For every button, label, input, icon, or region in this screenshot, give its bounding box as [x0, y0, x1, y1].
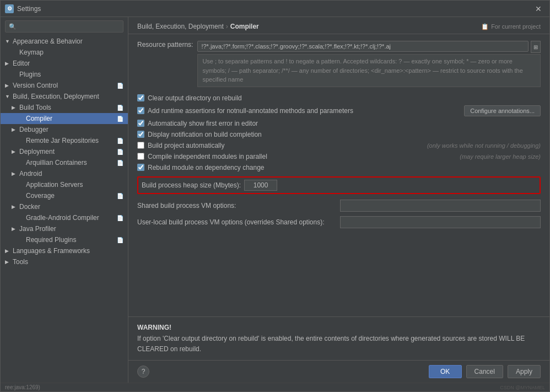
sidebar-item-coverage[interactable]: Coverage 📄 [1, 190, 128, 201]
sidebar-item-editor[interactable]: ▶ Editor [1, 58, 128, 69]
watermark: CSDN @MYNAMEL [500, 385, 545, 390]
user-vm-label: User-local build process VM options (ove… [137, 218, 336, 226]
sidebar-item-plugins[interactable]: Plugins [1, 69, 128, 80]
status-bar: ree:java:1269) CSDN @MYNAMEL [1, 383, 549, 391]
page-icon: 📄 [117, 160, 123, 166]
arrow-icon: ▶ [5, 259, 10, 265]
project-label: For current project [491, 23, 541, 30]
sidebar-item-label: Version Control [13, 82, 58, 89]
cancel-button[interactable]: Cancel [466, 365, 503, 378]
resource-expand-button[interactable]: ⊞ [531, 41, 541, 53]
search-icon: 🔍 [9, 23, 17, 30]
resource-input-row: ⊞ [197, 41, 541, 53]
breadcrumb-separator: › [226, 23, 228, 30]
resource-patterns-label: Resource patterns: [137, 41, 193, 49]
page-icon: 📄 [117, 138, 123, 144]
main-content: 🔍 ▼ Appearance & Behavior Keymap ▶ Edito… [1, 17, 549, 383]
sidebar-item-label: Arquillian Containers [26, 159, 87, 167]
sidebar-item-label: Build Tools [19, 104, 51, 111]
show-first-error-checkbox[interactable] [137, 120, 144, 127]
build-automatically-checkbox[interactable] [137, 142, 144, 149]
sidebar-item-remote-jar[interactable]: Remote Jar Repositories 📄 [1, 135, 128, 146]
sidebar: 🔍 ▼ Appearance & Behavior Keymap ▶ Edito… [1, 17, 128, 383]
warning-section: WARNING! If option 'Clear output directo… [128, 316, 549, 360]
rebuild-on-dependency-option: Rebuild module on dependency change [137, 162, 541, 173]
rebuild-on-dependency-checkbox[interactable] [137, 164, 144, 171]
sidebar-item-label: Keymap [19, 49, 44, 56]
sidebar-item-tools[interactable]: ▶ Tools [1, 256, 128, 267]
rebuild-on-dependency-label: Rebuild module on dependency change [148, 164, 541, 171]
breadcrumb-project: 📋 For current project [481, 23, 541, 30]
ok-button[interactable]: OK [429, 365, 462, 378]
runtime-assertions-checkbox[interactable] [137, 107, 144, 114]
project-icon: 📋 [481, 23, 489, 30]
user-vm-options-row: User-local build process VM options (ove… [137, 214, 541, 230]
sidebar-item-debugger[interactable]: ▶ Debugger [1, 124, 128, 135]
close-button[interactable]: ✕ [532, 3, 545, 14]
sidebar-item-appearance[interactable]: ▼ Appearance & Behavior [1, 36, 128, 47]
heap-size-input[interactable] [244, 180, 277, 191]
title-bar: ⚙ Settings ✕ [1, 1, 549, 17]
arrow-icon: ▶ [12, 105, 17, 110]
sidebar-item-label: Plugins [19, 71, 41, 78]
page-icon: 📄 [117, 149, 123, 155]
sidebar-item-label: Build, Execution, Deployment [13, 93, 99, 100]
help-button[interactable]: ? [137, 366, 149, 378]
apply-button[interactable]: Apply [508, 365, 541, 378]
display-notification-checkbox[interactable] [137, 131, 144, 138]
resource-patterns-section: Resource patterns: ⊞ Use ; to separate p… [137, 41, 541, 87]
sidebar-item-languages[interactable]: ▶ Languages & Frameworks [1, 245, 128, 256]
compile-parallel-note: (may require larger heap size) [460, 153, 541, 160]
page-icon: 📄 [117, 193, 123, 199]
breadcrumb-current: Compiler [230, 23, 259, 30]
arrow-icon: ▶ [12, 226, 17, 232]
settings-panel: Resource patterns: ⊞ Use ; to separate p… [128, 34, 549, 316]
sidebar-item-gradle-android[interactable]: Gradle-Android Compiler 📄 [1, 212, 128, 223]
sidebar-item-label: Deployment [19, 148, 55, 155]
content-area: Build, Execution, Deployment › Compiler … [128, 17, 549, 383]
settings-window: ⚙ Settings ✕ 🔍 ▼ Appearance & Behavior K… [0, 0, 550, 392]
compile-parallel-checkbox[interactable] [137, 153, 144, 160]
sidebar-item-arquillian[interactable]: Arquillian Containers 📄 [1, 157, 128, 168]
build-automatically-label: Build project automatically [148, 142, 424, 149]
bottom-bar: ? OK Cancel Apply [128, 360, 549, 383]
shared-vm-input[interactable] [340, 200, 541, 212]
configure-annotations-button[interactable]: Configure annotations... [464, 105, 541, 116]
resource-patterns-input[interactable] [197, 41, 529, 52]
sidebar-item-build-tools[interactable]: ▶ Build Tools 📄 [1, 102, 128, 113]
display-notification-option: Display notification on build completion [137, 129, 541, 140]
sidebar-item-required-plugins[interactable]: Required Plugins 📄 [1, 234, 128, 245]
search-input[interactable] [19, 23, 120, 30]
search-box[interactable]: 🔍 [5, 20, 123, 33]
sidebar-item-build-exec-deploy[interactable]: ▼ Build, Execution, Deployment [1, 91, 128, 102]
sidebar-item-label: Java Profiler [19, 225, 56, 233]
warning-text: WARNING! If option 'Clear output directo… [137, 323, 541, 355]
clear-output-option: Clear output directory on rebuild [137, 93, 541, 104]
show-first-error-option: Automatically show first error in editor [137, 118, 541, 129]
sidebar-item-version-control[interactable]: ▶ Version Control 📄 [1, 80, 128, 91]
sidebar-item-app-servers[interactable]: Application Servers [1, 179, 128, 190]
clear-output-checkbox[interactable] [137, 94, 144, 101]
sidebar-item-java-profiler[interactable]: ▶ Java Profiler [1, 223, 128, 234]
status-text: ree:java:1269) [5, 384, 40, 390]
shared-vm-options-row: Shared build process VM options: [137, 197, 541, 214]
sidebar-item-android[interactable]: ▶ Android [1, 168, 128, 179]
page-icon: 📄 [117, 116, 123, 122]
compile-parallel-label: Compile independent modules in parallel [148, 153, 456, 160]
sidebar-item-label: Coverage [26, 192, 55, 200]
sidebar-item-keymap[interactable]: Keymap [1, 47, 128, 58]
resource-hint: Use ; to separate patterns and ! to nega… [197, 54, 541, 87]
sidebar-item-compiler[interactable]: Compiler 📄 [1, 113, 128, 124]
arrow-icon: ▶ [12, 127, 17, 132]
page-icon: 📄 [117, 215, 123, 221]
sidebar-item-label: Appearance & Behavior [13, 37, 83, 45]
warning-body: If option 'Clear output directory on reb… [137, 335, 525, 353]
runtime-assertions-label: Add runtime assertions for notnull-annot… [148, 107, 461, 115]
sidebar-item-label: Docker [19, 203, 40, 211]
display-notification-label: Display notification on build completion [148, 131, 541, 138]
sidebar-item-deployment[interactable]: ▶ Deployment 📄 [1, 146, 128, 157]
breadcrumb: Build, Execution, Deployment › Compiler … [128, 17, 549, 34]
clear-output-label: Clear output directory on rebuild [148, 94, 541, 102]
user-vm-input[interactable] [340, 216, 541, 228]
sidebar-item-docker[interactable]: ▶ Docker [1, 201, 128, 212]
